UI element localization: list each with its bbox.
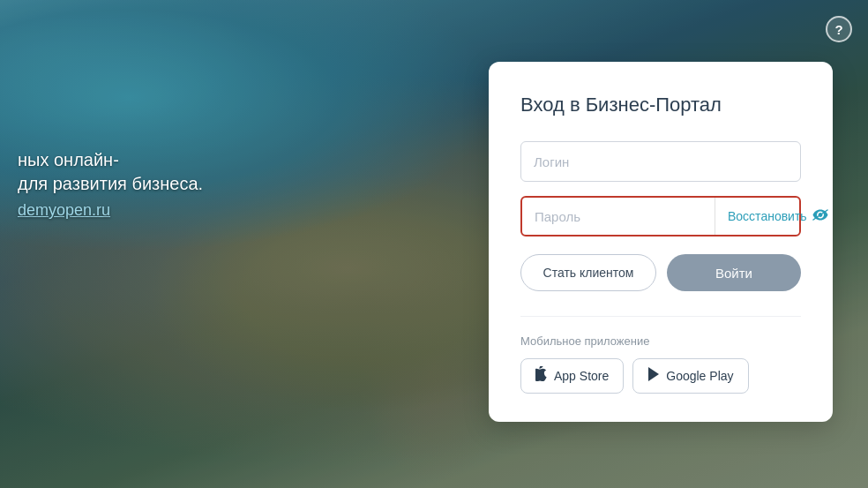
password-input[interactable] xyxy=(522,198,715,235)
restore-button[interactable]: Восстановить xyxy=(715,198,841,235)
help-button[interactable]: ? xyxy=(826,16,852,42)
buttons-row: Стать клиентом Войти xyxy=(520,254,801,291)
left-link[interactable]: demyopen.ru xyxy=(18,201,110,219)
play-icon xyxy=(647,367,660,386)
left-text-block: ных онлайн- для развития бизнеса. demyop… xyxy=(18,150,203,220)
mobile-section: Мобильное приложение App Store Google xyxy=(520,316,801,394)
eye-icon xyxy=(812,208,828,224)
login-button[interactable]: Войти xyxy=(667,254,801,291)
become-client-button[interactable]: Стать клиентом xyxy=(520,254,656,291)
left-line-2: для развития бизнеса. xyxy=(18,174,203,194)
store-buttons: App Store Google Play xyxy=(520,358,801,394)
login-input[interactable] xyxy=(520,141,801,182)
mobile-section-label: Мобильное приложение xyxy=(520,334,801,348)
app-store-label: App Store xyxy=(554,369,609,383)
login-card: Вход в Бизнес-Портал Восстановить Стать … xyxy=(489,62,833,422)
app-store-button[interactable]: App Store xyxy=(520,358,624,394)
card-title: Вход в Бизнес-Портал xyxy=(520,94,801,116)
google-play-button[interactable]: Google Play xyxy=(632,358,748,394)
svg-marker-1 xyxy=(648,367,659,381)
google-play-label: Google Play xyxy=(666,369,733,383)
login-input-group xyxy=(520,141,801,182)
restore-label: Восстановить xyxy=(728,209,807,223)
apple-icon xyxy=(535,366,548,386)
password-container: Восстановить xyxy=(520,196,801,236)
left-line-1: ных онлайн- xyxy=(18,150,203,170)
